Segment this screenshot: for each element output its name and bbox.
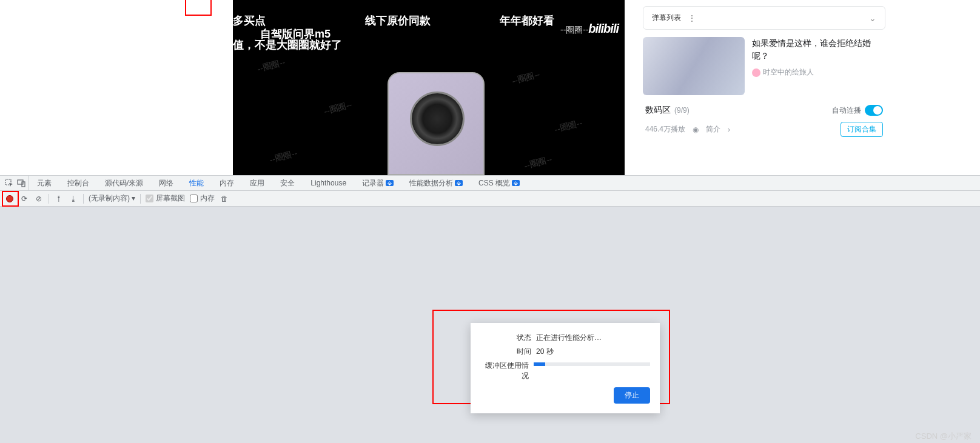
phone-image: [388, 72, 485, 175]
beta-icon: ⬙: [455, 180, 463, 186]
promo-tag: 时空中的绘旅人: [752, 67, 885, 78]
tab-application[interactable]: 应用: [243, 176, 272, 190]
performance-panel: 状态 正在进行性能分析… 时间 20 秒 缓冲区使用情况 停止: [0, 207, 980, 443]
devtools-tab-bar: 元素 控制台 源代码/来源 网络 性能 内存 应用 安全 Lighthouse …: [0, 175, 980, 191]
tab-performance-insights[interactable]: 性能数据分析⬙: [402, 176, 470, 190]
video-watermark: --圈圈--: [323, 99, 353, 117]
video-watermark: --圈圈--: [268, 148, 298, 165]
tab-elements[interactable]: 元素: [30, 176, 59, 190]
chevron-right-icon: ›: [728, 125, 730, 134]
status-label: 状态: [480, 333, 536, 343]
danmaku-text: 年年都好看: [500, 13, 554, 28]
tab-console[interactable]: 控制台: [60, 176, 96, 190]
upload-icon[interactable]: ⭱: [54, 194, 64, 204]
tab-recorder[interactable]: 记录器⬙: [355, 176, 401, 190]
tag-icon: [752, 68, 760, 77]
profiling-dialog: 状态 正在进行性能分析… 时间 20 秒 缓冲区使用情况 停止: [471, 323, 660, 413]
inspect-icon[interactable]: [5, 179, 13, 187]
time-label: 时间: [480, 347, 536, 357]
promo-title: 如果爱情是这样，谁会拒绝结婚呢？: [752, 37, 885, 62]
memory-checkbox[interactable]: 内存: [190, 193, 215, 204]
promo-thumbnail: [643, 37, 745, 95]
buffer-progress: [534, 362, 650, 366]
devtools-toolbar: ⟳ ⊘ ⭱ ⭳ (无录制内容) ▾ 屏幕截图 内存 🗑: [0, 191, 980, 207]
video-watermark-author: --圈圈--: [560, 25, 589, 36]
section-count: (9/9): [674, 106, 690, 115]
promo-card[interactable]: 如果爱情是这样，谁会拒绝结婚呢？ 时空中的绘旅人: [643, 37, 885, 95]
danmaku-list-label: 弹幕列表: [652, 13, 681, 23]
video-player[interactable]: 多买点 线下原价同款 年年都好看 自驾版问界m5 值，不是大圈圈就好了 --圈圈…: [233, 0, 625, 175]
autoplay-toggle[interactable]: 自动连播: [832, 105, 883, 116]
section-title: 数码区 (9/9): [645, 105, 690, 116]
intro-label[interactable]: 简介: [706, 124, 720, 135]
tab-sources[interactable]: 源代码/来源: [98, 176, 150, 190]
tab-security[interactable]: 安全: [273, 176, 302, 190]
danmaku-text: 多买点: [233, 13, 266, 28]
danmaku-text: 线下原价同款: [365, 13, 431, 28]
recording-select[interactable]: (无录制内容) ▾: [89, 193, 135, 204]
tab-css-overview[interactable]: CSS 概览⬙: [471, 176, 527, 190]
download-icon[interactable]: ⭳: [69, 194, 78, 204]
stop-button[interactable]: 停止: [614, 387, 650, 404]
video-watermark: --圈圈--: [511, 69, 541, 87]
time-value: 20 秒: [536, 347, 650, 357]
subscribe-button[interactable]: 订阅合集: [841, 122, 883, 137]
beta-icon: ⬙: [386, 180, 394, 186]
danmaku-list-toggle[interactable]: 弹幕列表 ⋮ ⌄: [643, 6, 885, 30]
more-icon[interactable]: ⋮: [688, 14, 697, 22]
eye-icon: ◉: [693, 125, 699, 134]
video-watermark: --圈圈--: [553, 118, 583, 135]
record-button[interactable]: [5, 194, 15, 204]
screenshot-checkbox[interactable]: 屏幕截图: [146, 193, 185, 204]
tab-performance[interactable]: 性能: [182, 176, 211, 190]
video-watermark: --圈圈--: [523, 154, 553, 172]
buffer-label: 缓冲区使用情况: [480, 361, 534, 381]
delete-icon[interactable]: 🗑: [220, 194, 229, 204]
video-watermark: --圈圈--: [256, 57, 286, 75]
beta-icon: ⬙: [512, 180, 520, 186]
danmaku-text: 值，不是大圈圈就好了: [233, 38, 342, 52]
tab-network[interactable]: 网络: [152, 176, 181, 190]
sidebar: 弹幕列表 ⋮ ⌄ 如果爱情是这样，谁会拒绝结婚呢？ 时空中的绘旅人 数码区 (9…: [643, 0, 885, 175]
csdn-watermark: CSDN @小严家: [915, 431, 972, 442]
reload-icon[interactable]: ⟳: [19, 194, 29, 204]
clear-icon[interactable]: ⊘: [34, 194, 44, 204]
status-value: 正在进行性能分析…: [536, 333, 650, 343]
toggle-switch-icon[interactable]: [865, 105, 883, 116]
device-icon[interactable]: [17, 179, 25, 187]
play-count: 446.4万播放: [645, 124, 685, 135]
bilibili-logo: bilibili: [588, 22, 619, 36]
tab-lighthouse[interactable]: Lighthouse: [303, 176, 354, 190]
tab-memory[interactable]: 内存: [212, 176, 241, 190]
chevron-down-icon: ⌄: [869, 13, 876, 23]
